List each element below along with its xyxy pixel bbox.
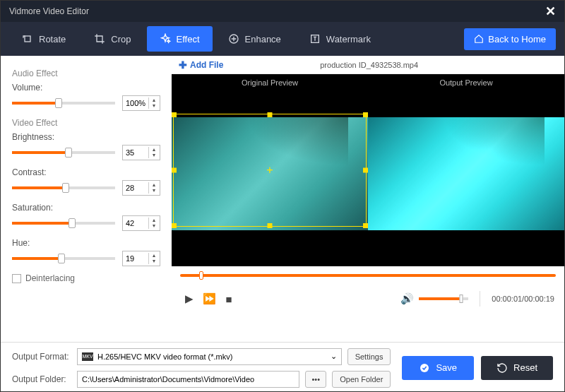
spin-down-icon[interactable]: ▾	[149, 223, 158, 229]
audio-section-title: Audio Effect	[12, 69, 160, 78]
crop-handle[interactable]	[172, 223, 177, 228]
format-icon: MKV	[82, 352, 93, 361]
hue-spinner[interactable]: ▴▾	[122, 251, 160, 266]
original-preview: Original Preview +	[172, 74, 368, 266]
open-folder-button[interactable]: Open Folder	[332, 371, 391, 388]
output-folder-value: C:\Users\Administrator\Documents\Vidmore…	[82, 375, 254, 384]
main-toolbar: Rotate Crop Effect Enhance Watermark Bac…	[1, 22, 564, 56]
saturation-spinner[interactable]: ▴▾	[122, 215, 160, 231]
rotate-label: Rotate	[39, 34, 66, 44]
spin-down-icon[interactable]: ▾	[149, 153, 158, 158]
bottom-bar: Output Format: MKV H.265/HEVC MKV video …	[1, 342, 564, 392]
fast-forward-icon: ⏩	[203, 292, 216, 305]
watermark-icon	[309, 33, 321, 44]
effect-icon	[160, 33, 171, 44]
plus-icon: ✚	[179, 59, 187, 71]
rotate-tab[interactable]: Rotate	[9, 26, 78, 52]
volume-button[interactable]: 🔊	[399, 291, 415, 307]
title-bar: Vidmore Video Editor ✕	[1, 1, 564, 22]
chevron-down-icon: ⌄	[331, 352, 337, 361]
contrast-slider[interactable]	[12, 182, 115, 194]
crop-label: Crop	[111, 34, 131, 44]
deinterlacing-checkbox[interactable]: Deinterlacing	[12, 273, 160, 283]
output-folder-input[interactable]: C:\Users\Administrator\Documents\Vidmore…	[77, 371, 299, 388]
volume-spinner[interactable]: ▴▾	[122, 95, 160, 111]
effect-label: Effect	[177, 34, 200, 44]
app-title: Vidmore Video Editor	[9, 6, 89, 16]
add-file-button[interactable]: ✚ Add File	[179, 59, 223, 71]
check-circle-icon	[419, 362, 430, 374]
fast-forward-button[interactable]: ⏩	[201, 291, 217, 307]
output-folder-label: Output Folder:	[12, 374, 71, 384]
browse-folder-button[interactable]: •••	[305, 371, 326, 388]
spin-down-icon[interactable]: ▾	[149, 103, 158, 109]
volume-playback-slider[interactable]	[419, 297, 468, 300]
video-section-title: Video Effect	[12, 118, 160, 128]
crop-rectangle[interactable]: +	[173, 114, 367, 227]
crop-handle[interactable]	[363, 168, 368, 173]
reset-label: Reset	[513, 362, 537, 373]
ellipsis-icon: •••	[311, 375, 320, 384]
file-bar: ✚ Add File production ID_4932538.mp4	[172, 56, 564, 74]
save-label: Save	[436, 362, 457, 373]
volume-slider[interactable]	[12, 97, 115, 109]
spin-down-icon[interactable]: ▾	[149, 188, 158, 194]
hue-label: Hue:	[12, 238, 160, 248]
spin-down-icon[interactable]: ▾	[149, 259, 158, 264]
rotate-icon	[22, 33, 33, 44]
close-icon[interactable]: ✕	[545, 4, 556, 19]
crop-handle[interactable]	[363, 223, 368, 228]
crop-handle[interactable]	[172, 168, 177, 173]
brightness-spinner[interactable]: ▴▾	[122, 145, 160, 160]
saturation-label: Saturation:	[12, 203, 160, 213]
crosshair-icon: +	[266, 164, 273, 177]
crop-handle[interactable]	[268, 112, 273, 117]
current-file-name: production ID_4932538.mp4	[230, 61, 508, 69]
divider	[480, 291, 480, 307]
watermark-label: Watermark	[326, 34, 371, 44]
output-format-select[interactable]: MKV H.265/HEVC MKV video format (*.mkv) …	[77, 348, 342, 365]
play-icon: ▶	[185, 292, 194, 305]
checkbox-icon[interactable]	[12, 274, 21, 283]
enhance-label: Enhance	[245, 34, 281, 44]
svg-rect-0	[25, 36, 30, 42]
time-display: 00:00:01/00:00:19	[492, 295, 554, 303]
crop-handle[interactable]	[268, 223, 273, 228]
back-home-label: Back to Home	[488, 34, 546, 44]
play-button[interactable]: ▶	[182, 291, 197, 307]
original-preview-label: Original Preview	[172, 78, 368, 87]
enhance-tab[interactable]: Enhance	[215, 26, 294, 52]
output-format-value: H.265/HEVC MKV video format (*.mkv)	[97, 352, 326, 361]
brightness-label: Brightness:	[12, 132, 160, 142]
home-icon	[474, 34, 484, 44]
effect-tab[interactable]: Effect	[147, 26, 213, 52]
timeline-thumb[interactable]	[199, 271, 203, 280]
watermark-tab[interactable]: Watermark	[297, 26, 383, 52]
output-format-label: Output Format:	[12, 352, 71, 362]
stop-button[interactable]: ■	[221, 291, 237, 307]
reset-icon	[496, 362, 508, 374]
back-home-button[interactable]: Back to Home	[464, 28, 556, 50]
settings-button[interactable]: Settings	[347, 348, 391, 365]
playback-controls: ▶ ⏩ ■ 🔊 00:00:01/00:00:19	[172, 285, 564, 313]
preview-panes: Original Preview + Output Preview	[172, 74, 564, 266]
stop-icon: ■	[225, 293, 232, 305]
contrast-label: Contrast:	[12, 167, 160, 177]
enhance-icon	[228, 33, 239, 44]
output-preview: Output Preview	[368, 74, 564, 266]
timeline[interactable]	[172, 266, 564, 285]
brightness-slider[interactable]	[12, 147, 115, 158]
reset-button[interactable]: Reset	[481, 356, 553, 380]
saturation-slider[interactable]	[12, 218, 115, 229]
crop-handle[interactable]	[172, 112, 177, 117]
add-file-label: Add File	[190, 60, 223, 70]
preview-area: ✚ Add File production ID_4932538.mp4 Ori…	[172, 56, 564, 342]
crop-tab[interactable]: Crop	[81, 26, 143, 52]
hue-slider[interactable]	[12, 253, 115, 264]
crop-handle[interactable]	[363, 112, 368, 117]
speaker-icon: 🔊	[400, 292, 414, 305]
save-button[interactable]: Save	[402, 356, 474, 380]
crop-icon	[94, 33, 105, 44]
contrast-spinner[interactable]: ▴▾	[122, 180, 160, 196]
deinterlacing-label: Deinterlacing	[25, 273, 75, 283]
